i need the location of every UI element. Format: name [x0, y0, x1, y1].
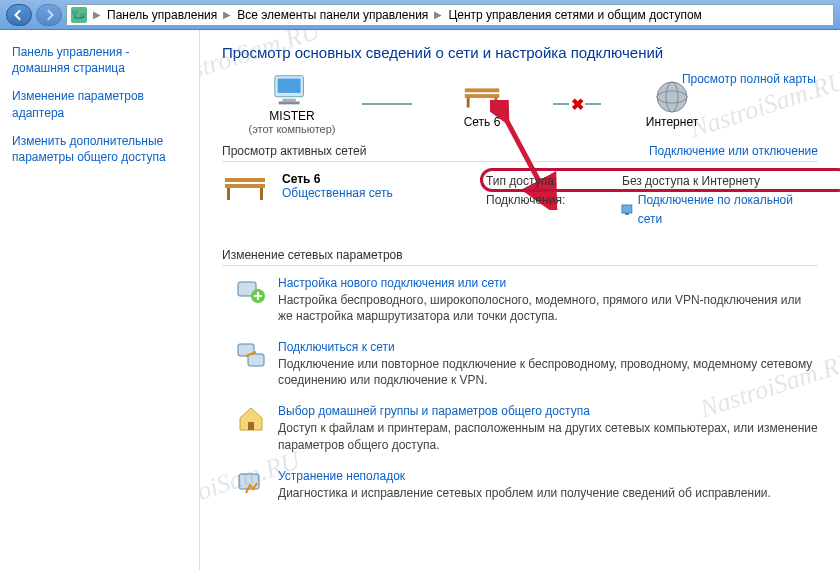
window-titlebar: ▶ Панель управления ▶ Все элементы панел…	[0, 0, 840, 30]
svg-rect-7	[465, 94, 499, 98]
svg-rect-3	[278, 79, 301, 93]
task-description: Настройка беспроводного, широкополосного…	[278, 292, 818, 324]
svg-rect-6	[465, 88, 499, 92]
svg-point-10	[657, 82, 687, 112]
view-full-map-link[interactable]: Просмотр полной карты	[682, 72, 816, 86]
breadcrumb-item[interactable]: Панель управления	[107, 8, 217, 22]
task-description: Подключение или повторное подключение к …	[278, 356, 818, 388]
svg-rect-18	[622, 205, 632, 213]
node-this-pc: MISTER (этот компьютер)	[222, 73, 362, 135]
breadcrumb-item[interactable]: Все элементы панели управления	[237, 8, 428, 22]
homegroup-icon	[236, 404, 266, 434]
svg-rect-4	[282, 99, 295, 102]
connections-label: Подключения:	[486, 191, 614, 229]
lan-icon	[620, 203, 634, 217]
node-label: MISTER	[269, 109, 314, 123]
sidebar: Панель управления - домашняя страница Из…	[0, 30, 200, 570]
task-description: Диагностика и исправление сетевых пробле…	[278, 485, 771, 501]
svg-rect-15	[225, 184, 265, 188]
node-label: Интернет	[646, 115, 698, 129]
chevron-right-icon: ▶	[93, 9, 101, 20]
task-connect-network: Подключиться к сети Подключение или повт…	[236, 340, 818, 388]
task-link[interactable]: Устранение неполадок	[278, 469, 771, 483]
x-icon: ✖	[569, 96, 585, 112]
task-troubleshoot: Устранение неполадок Диагностика и испра…	[236, 469, 818, 501]
network-type-link[interactable]: Общественная сеть	[282, 186, 472, 200]
sidebar-link-sharing-settings[interactable]: Изменить дополнительные параметры общего…	[12, 133, 187, 165]
active-network-item: Сеть 6 Общественная сеть Тип доступа: Бе…	[222, 172, 818, 230]
svg-rect-5	[279, 102, 300, 105]
task-link[interactable]: Подключиться к сети	[278, 340, 818, 354]
connection-broken: ✖	[552, 96, 602, 112]
network-center-icon	[71, 7, 87, 23]
new-connection-icon	[236, 276, 266, 306]
svg-rect-24	[248, 422, 254, 430]
svg-rect-23	[248, 354, 264, 366]
svg-rect-14	[225, 178, 265, 182]
troubleshoot-icon	[236, 469, 266, 499]
node-label: Сеть 6	[464, 115, 501, 129]
nav-back-button[interactable]	[6, 4, 32, 26]
sidebar-link-adapter-settings[interactable]: Изменение параметров адаптера	[12, 88, 187, 120]
page-title: Просмотр основных сведений о сети и наст…	[222, 44, 818, 61]
active-networks-header: Просмотр активных сетей Подключение или …	[222, 141, 818, 162]
node-internet: Интернет	[602, 79, 742, 129]
task-link[interactable]: Выбор домашней группы и параметров общег…	[278, 404, 818, 418]
chevron-right-icon: ▶	[223, 9, 231, 20]
node-network: Сеть 6	[412, 79, 552, 129]
sidebar-link-home[interactable]: Панель управления - домашняя страница	[12, 44, 187, 76]
main-content: NastroiSam.RU NastroiSam.RU NastroiSam.R…	[200, 30, 840, 570]
task-homegroup: Выбор домашней группы и параметров общег…	[236, 404, 818, 452]
nav-forward-button[interactable]	[36, 4, 62, 26]
svg-rect-16	[227, 188, 230, 200]
svg-rect-8	[467, 98, 470, 108]
computer-icon	[271, 73, 313, 109]
access-type-value: Без доступа к Интернету	[622, 172, 760, 191]
connect-network-icon	[236, 340, 266, 370]
chevron-right-icon: ▶	[434, 9, 442, 20]
bench-icon	[461, 79, 503, 115]
breadcrumb-item[interactable]: Центр управления сетями и общим доступом	[448, 8, 702, 22]
section-label: Просмотр активных сетей	[222, 144, 366, 158]
connection-link[interactable]: Подключение по локальной сети	[620, 191, 818, 229]
svg-rect-0	[72, 10, 78, 15]
svg-rect-19	[625, 213, 629, 215]
connection-name: Подключение по локальной сети	[638, 191, 818, 229]
task-link[interactable]: Настройка нового подключения или сети	[278, 276, 818, 290]
node-sublabel: (этот компьютер)	[248, 123, 335, 135]
address-bar[interactable]: ▶ Панель управления ▶ Все элементы панел…	[66, 4, 834, 26]
connection-line	[362, 103, 412, 105]
task-description: Доступ к файлам и принтерам, расположенн…	[278, 420, 818, 452]
connect-disconnect-link[interactable]: Подключение или отключение	[649, 144, 818, 158]
task-new-connection: Настройка нового подключения или сети На…	[236, 276, 818, 324]
bench-icon	[222, 172, 268, 204]
access-type-label: Тип доступа:	[486, 172, 616, 191]
network-name: Сеть 6	[282, 172, 472, 186]
svg-rect-9	[494, 98, 497, 108]
change-settings-header: Изменение сетевых параметров	[222, 248, 818, 266]
svg-rect-17	[260, 188, 263, 200]
